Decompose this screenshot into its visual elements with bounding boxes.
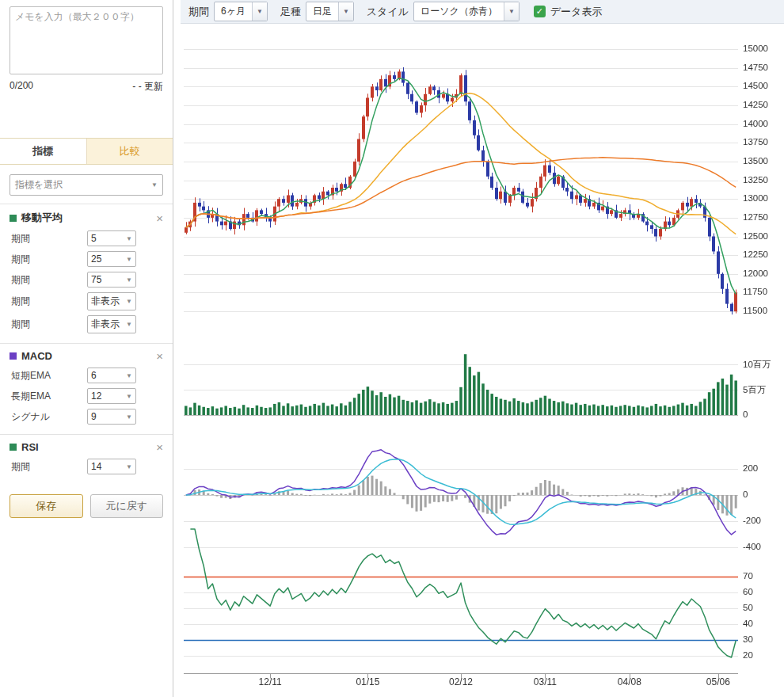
indicator-groups: 移動平均×期間5▼期間25▼期間75▼期間非表示▼期間非表示▼MACD×短期EM… — [0, 204, 173, 484]
param-select[interactable]: 非表示▼ — [87, 292, 136, 310]
memo-meta: 0/200 - - 更新 — [10, 80, 163, 93]
close-icon[interactable]: × — [156, 212, 163, 224]
chevron-down-icon: ▼ — [151, 181, 158, 189]
chevron-down-icon: ▼ — [126, 298, 132, 305]
reset-button[interactable]: 元に戻す — [90, 494, 164, 518]
period-label: 期間 — [188, 5, 209, 19]
period-select[interactable]: 6ヶ月 ▼ — [214, 2, 268, 21]
chart-toolbar: 期間 6ヶ月 ▼ 足種 日足 ▼ スタイル ローソク（赤青） ▼ ✓ データ表示 — [181, 0, 784, 24]
bar-type-select[interactable]: 日足 ▼ — [306, 2, 354, 21]
param-label: 期間 — [11, 253, 87, 266]
close-icon[interactable]: × — [156, 350, 163, 362]
indicator-group-title: MACD — [21, 350, 52, 362]
param-select[interactable]: 6▼ — [87, 368, 136, 383]
sidebar-actions: 保存 元に戻す — [10, 494, 163, 518]
chart-plot: 1500014750145001425014000137501350013250… — [173, 24, 784, 697]
indicator-group-macd: MACD×短期EMA6▼長期EMA12▼シグナル9▼ — [0, 343, 173, 434]
chevron-down-icon: ▼ — [504, 2, 519, 21]
param-select[interactable]: 非表示▼ — [87, 315, 136, 333]
param-label: 期間 — [11, 460, 87, 474]
param-label: 期間 — [11, 232, 87, 246]
tab-indicators[interactable]: 指標 — [0, 139, 87, 164]
chevron-down-icon: ▼ — [126, 413, 132, 421]
chevron-down-icon: ▼ — [338, 2, 353, 21]
close-icon[interactable]: × — [156, 441, 163, 453]
param-select[interactable]: 9▼ — [87, 409, 136, 425]
memo-input[interactable] — [10, 6, 163, 74]
bar-type-label: 足種 — [280, 5, 301, 19]
param-select[interactable]: 12▼ — [87, 388, 136, 404]
rsi-swatch-icon — [10, 444, 17, 451]
param-label: 期間 — [11, 318, 87, 331]
param-label: 期間 — [11, 273, 87, 287]
indicator-group-title: 移動平均 — [21, 211, 63, 225]
stock-chart-app: 0/200 - - 更新 指標 比較 指標を選択 ▼ 移動平均×期間5▼期間25… — [0, 0, 784, 697]
chevron-down-icon: ▼ — [126, 372, 132, 379]
chevron-down-icon: ▼ — [126, 276, 132, 284]
param-select[interactable]: 25▼ — [87, 251, 136, 267]
data-display-checkbox[interactable]: ✓ — [534, 6, 546, 17]
macd-swatch-icon — [10, 352, 17, 360]
sidebar: 0/200 - - 更新 指標 比較 指標を選択 ▼ 移動平均×期間5▼期間25… — [0, 0, 173, 697]
chevron-down-icon: ▼ — [126, 321, 132, 328]
style-select[interactable]: ローソク（赤青） ▼ — [413, 2, 519, 21]
save-button[interactable]: 保存 — [10, 494, 83, 518]
param-label: シグナル — [11, 410, 87, 424]
moving-average-swatch-icon — [10, 215, 17, 222]
indicator-group-title: RSI — [21, 441, 39, 453]
chevron-down-icon: ▼ — [126, 235, 132, 242]
chevron-down-icon: ▼ — [126, 393, 132, 400]
style-label: スタイル — [367, 5, 409, 19]
chevron-down-icon: ▼ — [126, 463, 132, 470]
memo-counter: 0/200 — [10, 80, 33, 93]
param-label: 長期EMA — [11, 390, 87, 403]
param-label: 期間 — [11, 295, 87, 308]
chart-canvas[interactable] — [181, 24, 784, 697]
param-label: 短期EMA — [11, 369, 87, 383]
param-select[interactable]: 5▼ — [87, 230, 136, 246]
indicator-group-moving-average: 移動平均×期間5▼期間25▼期間75▼期間非表示▼期間非表示▼ — [0, 204, 173, 343]
memo-update-button[interactable]: - - 更新 — [132, 80, 163, 93]
param-select[interactable]: 75▼ — [87, 272, 136, 288]
param-select[interactable]: 14▼ — [87, 459, 136, 474]
data-display-label: データ表示 — [550, 5, 603, 19]
sidebar-tabs: 指標 比較 — [0, 138, 173, 165]
chevron-down-icon: ▼ — [252, 2, 267, 21]
indicator-group-rsi: RSI×期間14▼ — [0, 434, 173, 484]
check-icon: ✓ — [536, 6, 543, 16]
tab-compare[interactable]: 比較 — [87, 139, 173, 164]
chart-area: 期間 6ヶ月 ▼ 足種 日足 ▼ スタイル ローソク（赤青） ▼ ✓ データ表示… — [173, 0, 784, 697]
indicator-picker-select[interactable]: 指標を選択 ▼ — [10, 174, 163, 196]
chevron-down-icon: ▼ — [126, 256, 132, 263]
